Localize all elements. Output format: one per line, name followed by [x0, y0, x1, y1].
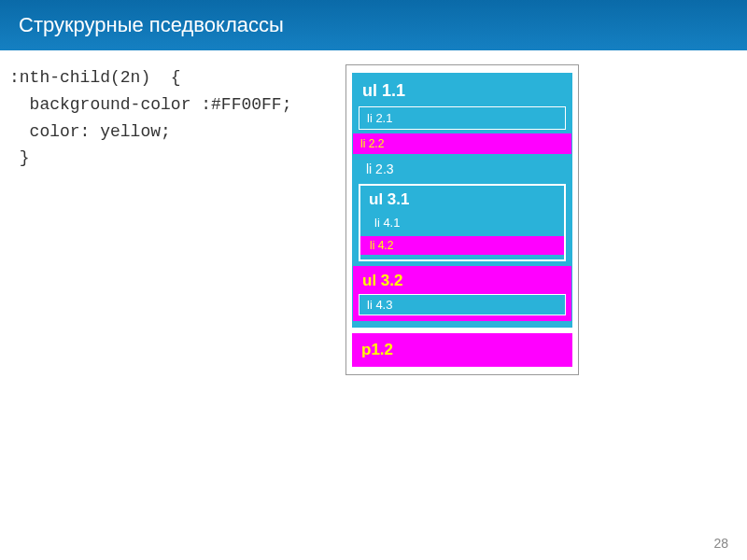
code-line-4: }: [9, 148, 30, 167]
content-area: :nth-child(2n) { background-color :#FF00…: [0, 50, 747, 389]
ul-1-1-label: ul 1.1: [359, 79, 566, 106]
li-4-1: li 4.1: [365, 213, 559, 232]
ul-3-1-block: ul 3.1 li 4.1 li 4.2: [359, 184, 566, 261]
code-block: :nth-child(2n) { background-color :#FF00…: [9, 64, 327, 375]
li-2-2: li 2.2: [353, 133, 571, 154]
ul-3-1-label: ul 3.1: [365, 190, 559, 213]
code-line-2: background-color :#FF00FF;: [9, 95, 291, 114]
code-line-1: :nth-child(2n) {: [9, 68, 181, 87]
code-line-3: color: yellow;: [9, 122, 171, 141]
li-4-2: li 4.2: [360, 236, 564, 255]
li-4-3: li 4.3: [359, 294, 566, 315]
ul-3-2-label: ul 3.2: [359, 272, 566, 294]
ul-1-1-block: ul 1.1 li 2.1 li 2.2 li 2.3 ul 3.1 li 4.…: [352, 73, 572, 328]
p-1-2: p1.2: [352, 333, 572, 367]
li-2-3: li 2.3: [359, 158, 566, 180]
ul-3-2-block: ul 3.2 li 4.3: [353, 266, 571, 321]
diagram-box: ul 1.1 li 2.1 li 2.2 li 2.3 ul 3.1 li 4.…: [345, 64, 579, 375]
slide-title: Струкрурные пседвоклассы: [0, 0, 747, 50]
page-number: 28: [713, 536, 728, 551]
li-2-1: li 2.1: [359, 106, 566, 130]
